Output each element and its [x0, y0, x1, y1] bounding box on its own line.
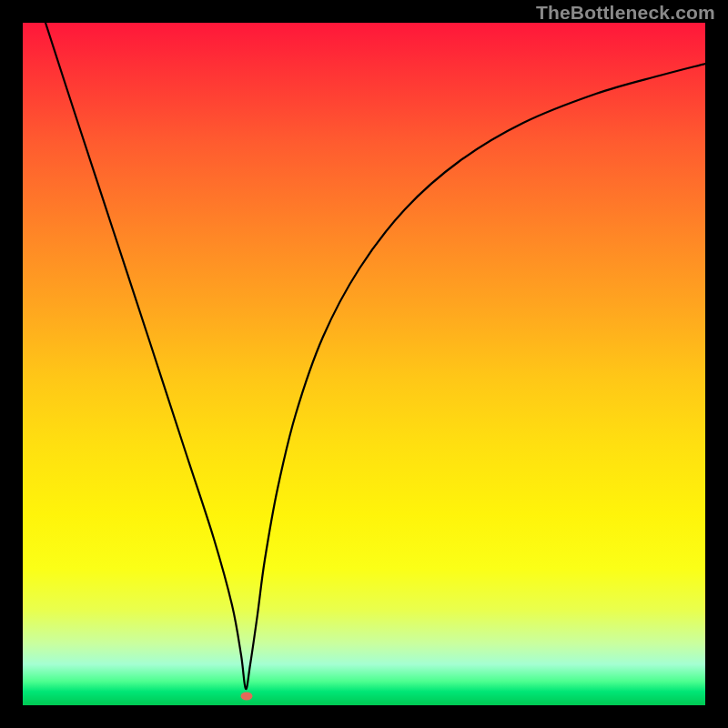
minimum-marker — [241, 693, 253, 701]
watermark-text: TheBottleneck.com — [536, 2, 715, 24]
chart-frame — [23, 23, 705, 705]
plot-area — [23, 23, 705, 705]
bottleneck-curve — [23, 23, 705, 705]
